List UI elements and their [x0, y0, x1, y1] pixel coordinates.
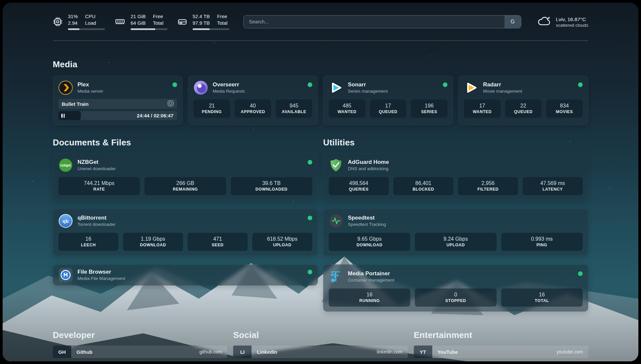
dashboard-screen: 31% 2.94 CPU Load: [3, 3, 638, 361]
link-badge: GH: [53, 346, 71, 358]
stat-series: 196 SERIES: [411, 100, 447, 118]
now-playing-row: Bullet Train: [58, 99, 177, 109]
link-youtube[interactable]: YT YouTube youtube.com: [414, 346, 588, 358]
section-title-documents: Documents & Files: [53, 137, 318, 148]
stat-wanted: 485 WANTED: [329, 100, 365, 118]
stat-upload: 9.24 Gbps UPLOAD: [415, 233, 496, 251]
link-badge: YT: [414, 346, 432, 358]
app-subtitle: Media Requests: [213, 88, 303, 94]
cpu-values: 31% 2.94: [68, 13, 78, 26]
stat-pending: 21 PENDING: [194, 100, 230, 118]
status-dot-online: [308, 82, 312, 87]
links-entertainment: Entertainment YT YouTube youtube.com NF …: [414, 330, 588, 361]
documents-column: Documents & Files nzbget NZBGet: [53, 137, 318, 286]
app-subtitle: Speedtest Tracking: [348, 222, 583, 228]
app-name: qBittorrent: [77, 214, 303, 222]
status-dot-online: [443, 82, 447, 87]
app-subtitle: Container management: [348, 277, 573, 283]
app-card-sonarr[interactable]: Sonarr Series management 485 WANTED 17 Q…: [323, 76, 453, 125]
stat-wanted: 17 WANTED: [464, 100, 501, 118]
playback-time: 24:44 / 02:06:47: [137, 113, 173, 118]
stat-downloaded: 39.6 TB DOWNLOADED: [231, 177, 312, 195]
app-card-adguard[interactable]: AdGuard Home DNS and adblocking 498,564 …: [323, 153, 588, 200]
app-name: AdGuard Home: [348, 159, 583, 166]
memory-widget: 21 GiB 64 GiB Free Total: [115, 13, 168, 30]
app-card-plex[interactable]: Plex Media server Bullet Train: [53, 76, 183, 125]
stat-queries: 498,564 QUERIES: [329, 177, 389, 195]
app-name: Media Portainer: [348, 270, 573, 277]
dashboard-content: Media Plex Media server: [53, 59, 588, 361]
app-card-nzbget[interactable]: nzbget NZBGet Usenet downloader 74: [53, 153, 318, 200]
app-card-portainer[interactable]: Media Portainer Container management 16 …: [323, 264, 588, 312]
app-subtitle: DNS and adblocking: [348, 166, 583, 172]
app-subtitle: Movie management: [483, 88, 573, 94]
disk-progress-bar: [193, 28, 229, 30]
link-badge: LI: [233, 346, 252, 358]
stat-leech: 16 LEECH: [58, 233, 118, 251]
stat-seed: 471 SEED: [188, 233, 248, 251]
app-subtitle: Series management: [348, 88, 438, 94]
media-grid: Plex Media server Bullet Train: [53, 76, 588, 125]
cloud-icon: [536, 15, 552, 29]
link-linkedin[interactable]: LI LinkedIn linkedin.com: [233, 346, 408, 358]
app-name: Speedtest: [348, 214, 583, 222]
status-dot-online: [308, 270, 312, 274]
search-bar: G: [243, 15, 521, 28]
disk-labels: Free Total: [217, 13, 228, 26]
nzbget-icon: nzbget: [58, 158, 73, 172]
filebrowser-icon: [58, 268, 73, 282]
system-stats: 31% 2.94 CPU Load: [53, 13, 229, 30]
app-card-overseerr[interactable]: Overseerr Media Requests 21 PENDING 40 A…: [188, 76, 318, 125]
app-subtitle: Torrent downloader: [77, 222, 303, 228]
stat-remaining: 266 GB REMAINING: [144, 177, 226, 195]
pause-icon[interactable]: [61, 114, 65, 118]
stat-stopped: 0 STOPPED: [415, 288, 496, 307]
link-github[interactable]: GH Github github.com: [53, 346, 227, 358]
app-name: NZBGet: [77, 159, 303, 166]
speedtest-icon: [329, 214, 343, 228]
qbittorrent-icon: qb: [58, 214, 73, 228]
stat-movies: 834 MOVIES: [546, 100, 583, 118]
svg-text:nzbget: nzbget: [60, 164, 71, 167]
memory-icon: [115, 17, 125, 27]
app-card-qbittorrent[interactable]: qb qBittorrent Torrent downloader 16 LEE…: [53, 209, 318, 256]
stat-download: 9.65 Gbps DOWNLOAD: [329, 233, 410, 251]
links-developer: Developer GH Github github.com SO StackO…: [53, 330, 227, 361]
playback-progress-bar[interactable]: 24:44 / 02:06:47: [58, 111, 177, 120]
disk-icon: [177, 17, 187, 27]
app-card-radarr[interactable]: Radarr Movie management 17 WANTED 22 QUE…: [458, 76, 588, 125]
cpu-load-value: 2.94: [68, 20, 78, 26]
stat-queued: 17 QUEUED: [370, 100, 407, 118]
status-dot-online: [308, 216, 312, 220]
app-card-speedtest[interactable]: Speedtest Speedtest Tracking 9.65 Gbps D…: [323, 209, 588, 256]
cpu-icon: [53, 17, 63, 27]
section-title-social: Social: [233, 330, 408, 340]
now-playing-title: Bullet Train: [62, 101, 168, 107]
stat-blocked: 86,401 BLOCKED: [393, 177, 453, 195]
memory-progress-bar: [131, 28, 168, 30]
overseerr-icon: [194, 80, 208, 95]
links-social: Social LI LinkedIn linkedin.com TW Twitt…: [233, 330, 408, 361]
weather-condition: scattered clouds: [556, 23, 588, 28]
adguard-icon: [329, 158, 343, 172]
app-card-filebrowser[interactable]: File Browser Media File Management: [53, 264, 318, 286]
app-name: Overseerr: [213, 81, 303, 88]
app-name: Sonarr: [348, 81, 438, 88]
section-title-developer: Developer: [53, 330, 227, 340]
app-name: Plex: [77, 81, 168, 88]
stat-download: 1.19 Gbps DOWNLOAD: [123, 233, 183, 251]
status-dot-online: [308, 160, 312, 165]
disk-widget: 52.4 TB 97.9 TB Free Total: [177, 13, 229, 30]
memory-labels: Free Total: [153, 13, 164, 26]
portainer-icon: [329, 269, 343, 284]
stat-total: 16 TOTAL: [501, 288, 583, 307]
weather-location-temp: Lviv, 16.87°C: [556, 16, 588, 23]
status-dot-online: [172, 82, 177, 87]
search-engine-button[interactable]: G: [504, 15, 521, 28]
stat-approved: 40 APPROVED: [235, 100, 271, 118]
media-disc-icon: [168, 100, 174, 108]
status-dot-online: [578, 271, 583, 276]
stat-latency: 47.569 ms LATENCY: [523, 177, 583, 195]
search-input[interactable]: [244, 15, 504, 28]
app-subtitle: Media File Management: [77, 276, 303, 282]
